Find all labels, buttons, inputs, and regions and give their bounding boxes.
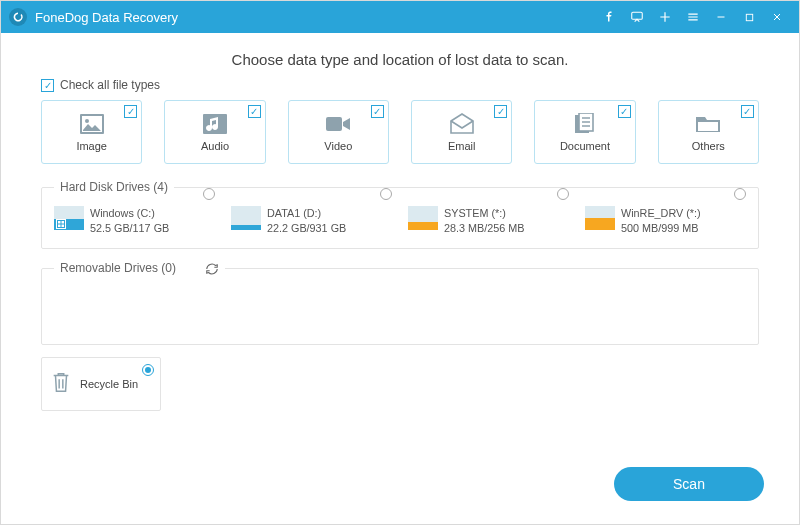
- trash-icon: [50, 370, 72, 398]
- type-document[interactable]: ✓ Document: [534, 100, 635, 164]
- check-all-row[interactable]: ✓ Check all file types: [41, 78, 759, 92]
- removable-legend: Removable Drives (0): [60, 261, 176, 275]
- drive-size: 52.5 GB/117 GB: [90, 221, 169, 236]
- type-video[interactable]: ✓ Video: [288, 100, 389, 164]
- close-button[interactable]: [763, 1, 791, 33]
- titlebar: FoneDog Data Recovery: [1, 1, 799, 33]
- svg-rect-12: [62, 221, 65, 224]
- drive-size: 22.2 GB/931 GB: [267, 221, 346, 236]
- svg-rect-9: [698, 122, 718, 131]
- hdd-legend: Hard Disk Drives (4): [54, 180, 174, 194]
- drive-radio[interactable]: [557, 188, 569, 200]
- svg-rect-6: [326, 117, 342, 131]
- app-logo: [9, 8, 27, 26]
- drive-item[interactable]: Windows (C:)52.5 GB/117 GB: [54, 204, 215, 236]
- drive-size: 28.3 MB/256 MB: [444, 221, 524, 236]
- folder-icon: [694, 112, 722, 136]
- video-icon: [324, 112, 352, 136]
- drive-item[interactable]: SYSTEM (*:)28.3 MB/256 MB: [408, 204, 569, 236]
- maximize-button[interactable]: [735, 1, 763, 33]
- removable-group: Removable Drives (0): [41, 261, 759, 345]
- drive-icon: [585, 206, 615, 230]
- recycle-radio[interactable]: [142, 364, 154, 376]
- check-all-label: Check all file types: [60, 78, 160, 92]
- drive-radio[interactable]: [203, 188, 215, 200]
- app-title: FoneDog Data Recovery: [35, 10, 178, 25]
- add-icon[interactable]: [651, 1, 679, 33]
- recycle-bin-card[interactable]: Recycle Bin: [41, 357, 161, 411]
- menu-icon[interactable]: [679, 1, 707, 33]
- drive-radio[interactable]: [734, 188, 746, 200]
- drive-name: WinRE_DRV (*:): [621, 206, 701, 221]
- check-all-checkbox[interactable]: ✓: [41, 79, 54, 92]
- file-types-row: ✓ Image ✓ Audio ✓ Video ✓ Email: [41, 100, 759, 164]
- scan-button[interactable]: Scan: [614, 467, 764, 501]
- drive-name: SYSTEM (*:): [444, 206, 524, 221]
- drive-radio[interactable]: [380, 188, 392, 200]
- svg-rect-11: [58, 221, 61, 224]
- hdd-group: Hard Disk Drives (4) Windows (C:)52.5 GB…: [41, 180, 759, 249]
- email-icon: [448, 112, 476, 136]
- type-video-checkbox[interactable]: ✓: [371, 105, 384, 118]
- svg-rect-14: [62, 225, 65, 228]
- audio-icon: [201, 112, 229, 136]
- type-email-checkbox[interactable]: ✓: [494, 105, 507, 118]
- type-others-checkbox[interactable]: ✓: [741, 105, 754, 118]
- recycle-label: Recycle Bin: [80, 378, 138, 390]
- svg-rect-13: [58, 225, 61, 228]
- page-heading: Choose data type and location of lost da…: [1, 51, 799, 68]
- type-document-checkbox[interactable]: ✓: [618, 105, 631, 118]
- svg-rect-5: [203, 114, 227, 134]
- drive-size: 500 MB/999 MB: [621, 221, 701, 236]
- drive-icon: [408, 206, 438, 230]
- svg-point-4: [85, 119, 89, 123]
- type-email[interactable]: ✓ Email: [411, 100, 512, 164]
- type-audio[interactable]: ✓ Audio: [164, 100, 265, 164]
- drive-icon: [231, 206, 261, 230]
- drive-icon: [54, 206, 84, 230]
- type-image-checkbox[interactable]: ✓: [124, 105, 137, 118]
- drive-name: DATA1 (D:): [267, 206, 346, 221]
- document-icon: [571, 112, 599, 136]
- minimize-button[interactable]: [707, 1, 735, 33]
- feedback-icon[interactable]: [623, 1, 651, 33]
- refresh-icon[interactable]: [205, 262, 219, 276]
- type-image[interactable]: ✓ Image: [41, 100, 142, 164]
- svg-rect-0: [632, 12, 643, 19]
- facebook-icon[interactable]: [595, 1, 623, 33]
- type-audio-checkbox[interactable]: ✓: [248, 105, 261, 118]
- type-others[interactable]: ✓ Others: [658, 100, 759, 164]
- drive-item[interactable]: WinRE_DRV (*:)500 MB/999 MB: [585, 204, 746, 236]
- image-icon: [78, 112, 106, 136]
- drive-item[interactable]: DATA1 (D:)22.2 GB/931 GB: [231, 204, 392, 236]
- drive-name: Windows (C:): [90, 206, 169, 221]
- svg-rect-1: [746, 14, 752, 20]
